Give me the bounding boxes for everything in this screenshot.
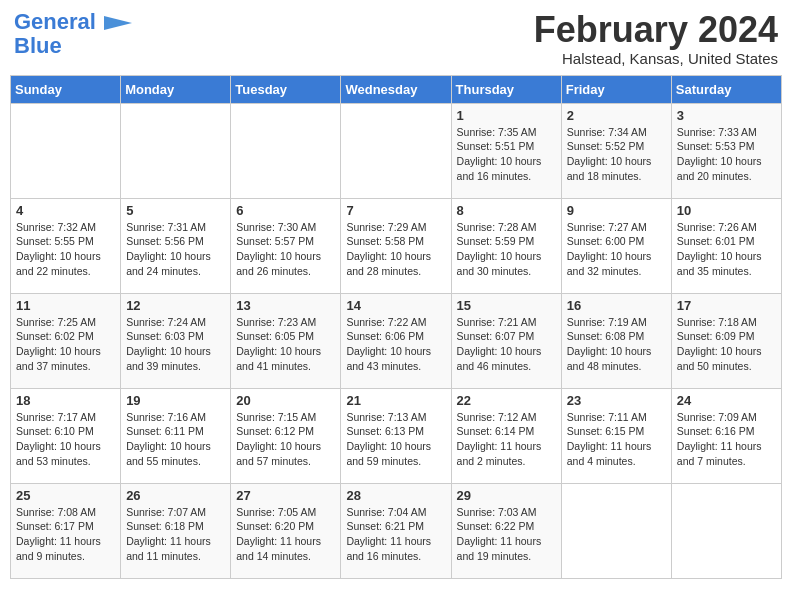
calendar-cell: 4Sunrise: 7:32 AMSunset: 5:55 PMDaylight… [11,198,121,293]
day-number: 29 [457,488,556,503]
day-info: Sunrise: 7:34 AMSunset: 5:52 PMDaylight:… [567,125,666,184]
svg-marker-0 [104,16,132,30]
weekday-header-thursday: Thursday [451,75,561,103]
logo-blue-text: Blue [14,34,62,58]
day-info: Sunrise: 7:31 AMSunset: 5:56 PMDaylight:… [126,220,225,279]
day-info: Sunrise: 7:17 AMSunset: 6:10 PMDaylight:… [16,410,115,469]
weekday-header-friday: Friday [561,75,671,103]
calendar-cell: 13Sunrise: 7:23 AMSunset: 6:05 PMDayligh… [231,293,341,388]
calendar-cell: 1Sunrise: 7:35 AMSunset: 5:51 PMDaylight… [451,103,561,198]
calendar-cell: 15Sunrise: 7:21 AMSunset: 6:07 PMDayligh… [451,293,561,388]
day-number: 11 [16,298,115,313]
calendar-week-row: 4Sunrise: 7:32 AMSunset: 5:55 PMDaylight… [11,198,782,293]
day-number: 5 [126,203,225,218]
day-number: 7 [346,203,445,218]
calendar-cell: 7Sunrise: 7:29 AMSunset: 5:58 PMDaylight… [341,198,451,293]
weekday-header-tuesday: Tuesday [231,75,341,103]
day-number: 10 [677,203,776,218]
day-number: 2 [567,108,666,123]
day-number: 24 [677,393,776,408]
day-info: Sunrise: 7:19 AMSunset: 6:08 PMDaylight:… [567,315,666,374]
day-info: Sunrise: 7:16 AMSunset: 6:11 PMDaylight:… [126,410,225,469]
day-number: 14 [346,298,445,313]
calendar-cell: 26Sunrise: 7:07 AMSunset: 6:18 PMDayligh… [121,483,231,578]
day-info: Sunrise: 7:24 AMSunset: 6:03 PMDaylight:… [126,315,225,374]
day-number: 26 [126,488,225,503]
page-header: General Blue February 2024 Halstead, Kan… [10,10,782,67]
weekday-header-wednesday: Wednesday [341,75,451,103]
calendar-cell: 27Sunrise: 7:05 AMSunset: 6:20 PMDayligh… [231,483,341,578]
day-number: 18 [16,393,115,408]
logo: General Blue [14,10,132,58]
day-number: 15 [457,298,556,313]
calendar-cell [11,103,121,198]
calendar-cell: 14Sunrise: 7:22 AMSunset: 6:06 PMDayligh… [341,293,451,388]
day-info: Sunrise: 7:28 AMSunset: 5:59 PMDaylight:… [457,220,556,279]
day-number: 22 [457,393,556,408]
day-info: Sunrise: 7:08 AMSunset: 6:17 PMDaylight:… [16,505,115,564]
day-info: Sunrise: 7:11 AMSunset: 6:15 PMDaylight:… [567,410,666,469]
day-info: Sunrise: 7:05 AMSunset: 6:20 PMDaylight:… [236,505,335,564]
calendar-cell: 3Sunrise: 7:33 AMSunset: 5:53 PMDaylight… [671,103,781,198]
calendar-cell: 5Sunrise: 7:31 AMSunset: 5:56 PMDaylight… [121,198,231,293]
calendar-cell: 21Sunrise: 7:13 AMSunset: 6:13 PMDayligh… [341,388,451,483]
location: Halstead, Kansas, United States [534,50,778,67]
day-info: Sunrise: 7:15 AMSunset: 6:12 PMDaylight:… [236,410,335,469]
calendar-cell: 2Sunrise: 7:34 AMSunset: 5:52 PMDaylight… [561,103,671,198]
calendar-cell: 17Sunrise: 7:18 AMSunset: 6:09 PMDayligh… [671,293,781,388]
calendar-cell: 28Sunrise: 7:04 AMSunset: 6:21 PMDayligh… [341,483,451,578]
calendar-cell: 29Sunrise: 7:03 AMSunset: 6:22 PMDayligh… [451,483,561,578]
calendar-cell: 24Sunrise: 7:09 AMSunset: 6:16 PMDayligh… [671,388,781,483]
day-info: Sunrise: 7:09 AMSunset: 6:16 PMDaylight:… [677,410,776,469]
calendar-week-row: 25Sunrise: 7:08 AMSunset: 6:17 PMDayligh… [11,483,782,578]
calendar-cell: 23Sunrise: 7:11 AMSunset: 6:15 PMDayligh… [561,388,671,483]
day-number: 4 [16,203,115,218]
day-number: 17 [677,298,776,313]
month-year: February 2024 [534,10,778,50]
day-number: 3 [677,108,776,123]
day-info: Sunrise: 7:13 AMSunset: 6:13 PMDaylight:… [346,410,445,469]
calendar-cell [231,103,341,198]
day-info: Sunrise: 7:22 AMSunset: 6:06 PMDaylight:… [346,315,445,374]
day-info: Sunrise: 7:23 AMSunset: 6:05 PMDaylight:… [236,315,335,374]
day-number: 8 [457,203,556,218]
day-info: Sunrise: 7:25 AMSunset: 6:02 PMDaylight:… [16,315,115,374]
calendar-cell: 16Sunrise: 7:19 AMSunset: 6:08 PMDayligh… [561,293,671,388]
day-number: 21 [346,393,445,408]
day-number: 13 [236,298,335,313]
day-info: Sunrise: 7:27 AMSunset: 6:00 PMDaylight:… [567,220,666,279]
day-info: Sunrise: 7:04 AMSunset: 6:21 PMDaylight:… [346,505,445,564]
calendar-cell: 11Sunrise: 7:25 AMSunset: 6:02 PMDayligh… [11,293,121,388]
calendar-cell [561,483,671,578]
day-info: Sunrise: 7:12 AMSunset: 6:14 PMDaylight:… [457,410,556,469]
calendar-header-row: SundayMondayTuesdayWednesdayThursdayFrid… [11,75,782,103]
day-number: 16 [567,298,666,313]
day-number: 27 [236,488,335,503]
day-info: Sunrise: 7:35 AMSunset: 5:51 PMDaylight:… [457,125,556,184]
calendar-cell [121,103,231,198]
calendar-cell: 19Sunrise: 7:16 AMSunset: 6:11 PMDayligh… [121,388,231,483]
calendar-week-row: 18Sunrise: 7:17 AMSunset: 6:10 PMDayligh… [11,388,782,483]
calendar-week-row: 11Sunrise: 7:25 AMSunset: 6:02 PMDayligh… [11,293,782,388]
day-number: 6 [236,203,335,218]
day-number: 9 [567,203,666,218]
calendar-cell: 10Sunrise: 7:26 AMSunset: 6:01 PMDayligh… [671,198,781,293]
day-info: Sunrise: 7:03 AMSunset: 6:22 PMDaylight:… [457,505,556,564]
day-number: 28 [346,488,445,503]
day-number: 20 [236,393,335,408]
day-number: 1 [457,108,556,123]
weekday-header-sunday: Sunday [11,75,121,103]
day-info: Sunrise: 7:18 AMSunset: 6:09 PMDaylight:… [677,315,776,374]
day-info: Sunrise: 7:21 AMSunset: 6:07 PMDaylight:… [457,315,556,374]
calendar-cell: 6Sunrise: 7:30 AMSunset: 5:57 PMDaylight… [231,198,341,293]
day-number: 25 [16,488,115,503]
calendar-cell [341,103,451,198]
day-info: Sunrise: 7:26 AMSunset: 6:01 PMDaylight:… [677,220,776,279]
calendar-cell [671,483,781,578]
calendar-cell: 9Sunrise: 7:27 AMSunset: 6:00 PMDaylight… [561,198,671,293]
logo-text: General [14,10,132,34]
day-info: Sunrise: 7:30 AMSunset: 5:57 PMDaylight:… [236,220,335,279]
calendar-cell: 8Sunrise: 7:28 AMSunset: 5:59 PMDaylight… [451,198,561,293]
title-block: February 2024 Halstead, Kansas, United S… [534,10,778,67]
calendar-cell: 22Sunrise: 7:12 AMSunset: 6:14 PMDayligh… [451,388,561,483]
